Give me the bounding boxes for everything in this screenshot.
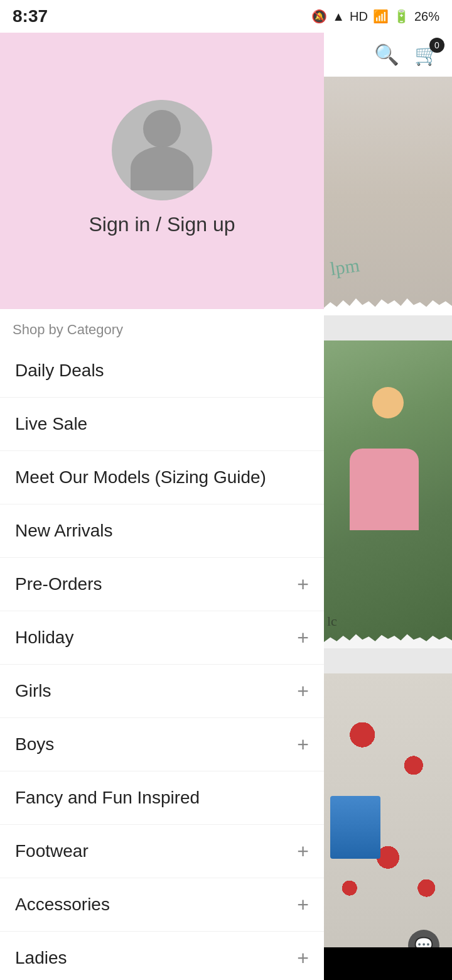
- sidebar-item-label-ladies: Ladies: [15, 948, 67, 968]
- bg-image-gnome: 💬: [324, 673, 452, 980]
- network-hd-label: HD: [350, 9, 368, 24]
- expand-icon-girls[interactable]: +: [297, 681, 309, 701]
- torn-edge-girl: [324, 633, 452, 648]
- sidebar-item-label-fancy-fun: Fancy and Fun Inspired: [15, 788, 200, 808]
- sidebar-item-label-pre-orders: Pre-Orders: [15, 574, 102, 594]
- sign-in-button[interactable]: Sign in / Sign up: [89, 213, 235, 236]
- status-time: 8:37: [13, 6, 48, 26]
- search-icon[interactable]: 🔍: [374, 43, 399, 67]
- sidebar-item-daily-deals[interactable]: Daily Deals: [0, 344, 324, 398]
- expand-icon-ladies[interactable]: +: [297, 948, 309, 968]
- sidebar-item-label-footwear: Footwear: [15, 841, 89, 861]
- shop-by-category-label: Shop by Category: [0, 309, 324, 344]
- sidebar-item-label-live-sale: Live Sale: [15, 414, 87, 434]
- menu-items-list: Daily DealsLive SaleMeet Our Models (Siz…: [0, 344, 324, 980]
- sidebar-profile-section: Sign in / Sign up: [0, 33, 324, 309]
- bg-image-girl: lc: [324, 340, 452, 648]
- sidebar-item-label-daily-deals: Daily Deals: [15, 361, 104, 381]
- battery-icon: 🔋: [394, 9, 409, 24]
- sidebar-item-label-holiday: Holiday: [15, 628, 73, 648]
- sidebar-item-ladies[interactable]: Ladies+: [0, 932, 324, 980]
- sidebar-item-girls[interactable]: Girls+: [0, 665, 324, 718]
- bg-script-text: lpm: [329, 254, 361, 280]
- sidebar-item-holiday[interactable]: Holiday+: [0, 611, 324, 665]
- sidebar-item-label-new-arrivals: New Arrivals: [15, 521, 113, 541]
- sidebar-item-live-sale[interactable]: Live Sale: [0, 398, 324, 451]
- girl-head: [372, 387, 404, 418]
- sidebar-drawer: Sign in / Sign up Shop by Category Daily…: [0, 33, 324, 980]
- avatar-head: [143, 110, 181, 148]
- status-icons: 🔕 ▲ HD 📶 🔋 26%: [311, 9, 439, 24]
- expand-icon-accessories[interactable]: +: [297, 895, 309, 915]
- battery-percent: 26%: [414, 9, 439, 24]
- expand-icon-pre-orders[interactable]: +: [297, 574, 309, 594]
- sidebar-item-label-girls: Girls: [15, 681, 51, 701]
- avatar: [112, 100, 212, 200]
- blue-item: [330, 796, 380, 859]
- wifi-icon: ▲: [332, 9, 345, 24]
- expand-icon-holiday[interactable]: +: [297, 628, 309, 648]
- signal-icon: 📶: [373, 9, 389, 24]
- sidebar-item-new-arrivals[interactable]: New Arrivals: [0, 504, 324, 558]
- expand-icon-footwear[interactable]: +: [297, 841, 309, 861]
- sidebar-item-meet-models[interactable]: Meet Our Models (Sizing Guide): [0, 451, 324, 504]
- sidebar-item-label-meet-models: Meet Our Models (Sizing Guide): [15, 467, 266, 487]
- girl-dress: [350, 449, 419, 530]
- avatar-person: [131, 110, 193, 190]
- torn-edge-top: [324, 297, 452, 315]
- expand-icon-boys[interactable]: +: [297, 734, 309, 754]
- sidebar-item-label-accessories: Accessories: [15, 895, 110, 915]
- avatar-body: [131, 146, 193, 190]
- sidebar-item-accessories[interactable]: Accessories+: [0, 878, 324, 932]
- sidebar-item-fancy-fun[interactable]: Fancy and Fun Inspired: [0, 771, 324, 825]
- cart-wrapper[interactable]: 🛒 0: [414, 43, 439, 67]
- sidebar-item-label-boys: Boys: [15, 734, 54, 754]
- girl-image-inner: lc: [324, 340, 452, 648]
- sidebar-item-pre-orders[interactable]: Pre-Orders+: [0, 558, 324, 611]
- sidebar-item-boys[interactable]: Boys+: [0, 718, 324, 771]
- cart-count-badge: 0: [429, 38, 444, 53]
- bg-image-top: lpm: [324, 77, 452, 315]
- girl-script-text: lc: [327, 613, 337, 629]
- sidebar-item-footwear[interactable]: Footwear+: [0, 825, 324, 878]
- app-container: 🔍 🛒 0 lpm lc 💬: [0, 33, 452, 980]
- mute-icon: 🔕: [311, 9, 327, 24]
- app-header: 🔍 🛒 0: [324, 33, 452, 77]
- status-bar: 8:37 🔕 ▲ HD 📶 🔋 26%: [0, 0, 452, 33]
